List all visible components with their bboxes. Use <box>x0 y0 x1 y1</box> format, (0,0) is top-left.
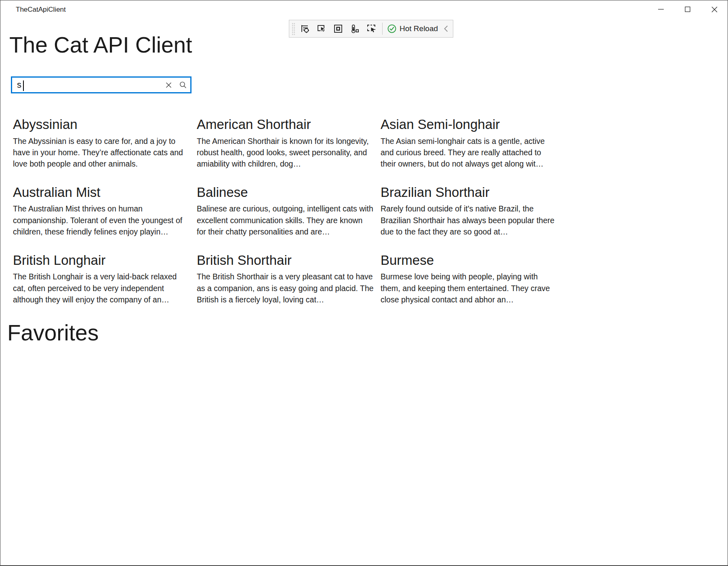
breed-description: The Asian semi-longhair cats is a gentle… <box>381 135 558 170</box>
breed-description: Balinese are curious, outgoing, intellig… <box>197 203 374 237</box>
hot-reload-settings-button[interactable] <box>348 21 361 36</box>
breed-card[interactable]: British Longhair The British Longhair is… <box>13 252 191 306</box>
breed-card[interactable]: Brazilian Shorthair Rarely found outside… <box>381 184 558 238</box>
breed-card[interactable]: British Shorthair The British Shorthair … <box>197 252 375 306</box>
breed-description: The Abyssinian is easy to care for, and … <box>13 135 190 170</box>
breed-name: Balinese <box>197 184 375 201</box>
close-icon <box>711 6 718 13</box>
maximize-icon <box>684 6 691 13</box>
minimize-button[interactable] <box>648 0 674 18</box>
close-button[interactable] <box>701 0 728 18</box>
breed-card[interactable]: Balinese Balinese are curious, outgoing,… <box>197 184 375 238</box>
app-window: TheCatApiClient <box>0 0 728 566</box>
layout-adorners-icon <box>333 23 343 34</box>
breed-name: Abyssinian <box>13 116 191 133</box>
maximize-button[interactable] <box>674 0 701 18</box>
breed-card[interactable]: American Shorthair The American Shorthai… <box>197 116 375 170</box>
breed-description: Burmese love being with people, playing … <box>381 271 558 305</box>
search-input[interactable] <box>12 78 161 92</box>
minimize-icon <box>658 6 664 13</box>
breed-description: Rarely found outside of it's native Braz… <box>381 203 558 237</box>
breed-name: British Shorthair <box>197 252 375 268</box>
breed-name: American Shorthair <box>197 116 375 133</box>
breed-name: Australian Mist <box>13 184 191 201</box>
collapse-toolbar-button[interactable] <box>443 25 449 33</box>
breed-list: Abyssinian The Abyssinian is easy to car… <box>13 116 564 305</box>
breed-name: British Longhair <box>13 252 191 268</box>
favorites-title: Favorites <box>7 320 99 346</box>
breed-card[interactable]: Australian Mist The Australian Mist thri… <box>13 184 191 238</box>
breed-card[interactable]: Burmese Burmese love being with people, … <box>381 252 558 306</box>
element-picker-button[interactable] <box>365 21 378 36</box>
thermometer-icon <box>349 23 360 34</box>
toolbar-separator <box>382 23 383 35</box>
toolbar-grip[interactable] <box>291 22 295 35</box>
breed-description: The British Shorthair is a very pleasant… <box>197 271 374 305</box>
collapse-chevron-icon <box>443 25 449 33</box>
breed-card[interactable]: Asian Semi-longhair The Asian semi-longh… <box>381 116 558 170</box>
enable-selection-button[interactable] <box>315 21 328 36</box>
titlebar[interactable]: TheCatApiClient <box>0 0 728 19</box>
clear-x-icon <box>166 82 172 88</box>
breed-description: The Australian Mist thrives on human com… <box>13 203 190 237</box>
hot-reload-status[interactable]: Hot Reload <box>387 24 438 34</box>
element-picker-icon <box>366 23 377 34</box>
window-title: TheCatApiClient <box>16 6 66 14</box>
window-controls <box>648 0 728 18</box>
breed-name: Brazilian Shorthair <box>381 184 558 201</box>
search-icon <box>179 81 187 89</box>
breed-card[interactable]: Abyssinian The Abyssinian is easy to car… <box>13 116 191 170</box>
live-visual-tree-button[interactable] <box>299 21 311 36</box>
page-title: The Cat API Client <box>9 32 192 58</box>
search-button[interactable] <box>176 78 190 92</box>
enable-selection-icon <box>316 23 327 34</box>
debug-toolbar: Hot Reload <box>289 20 453 38</box>
text-caret <box>23 80 24 91</box>
breed-name: Burmese <box>381 252 558 268</box>
search-box <box>11 76 191 93</box>
hot-reload-label: Hot Reload <box>400 24 438 33</box>
breed-description: The American Shorthair is known for its … <box>197 135 374 170</box>
live-visual-tree-icon <box>300 23 310 34</box>
layout-adorners-button[interactable] <box>332 21 345 36</box>
clear-search-button[interactable] <box>161 78 176 92</box>
breed-description: The British Longhair is a very laid-back… <box>13 271 190 305</box>
hot-reload-check-icon <box>387 24 397 34</box>
breed-name: Asian Semi-longhair <box>381 116 558 133</box>
